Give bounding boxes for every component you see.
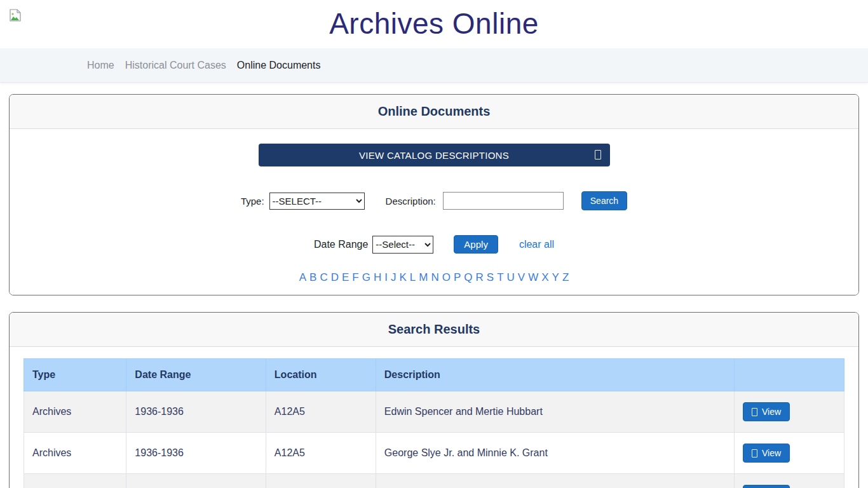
results-table-body: Archives1936-1936A12A5Edwin Spencer and … — [24, 391, 844, 488]
alphabet-link-s[interactable]: S — [485, 271, 495, 283]
alphabet-link-t[interactable]: T — [496, 271, 505, 283]
alphabet-link-x[interactable]: X — [540, 271, 550, 283]
description-cell: Edwin Spencer and Mertie Hubbart — [376, 391, 734, 433]
alphabet-link-v[interactable]: V — [516, 271, 526, 283]
type-label: Type: — [241, 196, 264, 207]
alphabet-link-n[interactable]: N — [430, 271, 440, 283]
action-cell: View — [734, 474, 844, 488]
search-results-body: Type Date Range Location Description Arc… — [10, 347, 858, 488]
alphabet-link-o[interactable]: O — [440, 271, 452, 283]
alphabet-link-h[interactable]: H — [372, 271, 383, 283]
type-select[interactable]: --SELECT-- — [269, 193, 365, 210]
type-cell: Archives — [24, 433, 126, 474]
view-button[interactable]: View — [743, 402, 790, 421]
date-range-cell: 1936-1936 — [126, 391, 266, 433]
view-catalog-descriptions-button[interactable]: VIEW CATALOG DESCRIPTIONS — [259, 144, 610, 166]
date-range-label: Date Range — [314, 239, 368, 250]
results-table: Type Date Range Location Description Arc… — [24, 358, 844, 488]
alphabet-link-w[interactable]: W — [527, 271, 540, 283]
table-row: Archives1936-1936A12A5George Slye Jr. an… — [24, 433, 844, 474]
type-cell: Archives — [24, 391, 126, 433]
search-results-title: Search Results — [16, 322, 852, 337]
online-documents-panel-header: Online Documents — [10, 95, 858, 129]
search-results-panel: Search Results Type Date Range Location … — [9, 312, 859, 488]
site-header: Archives Online — [0, 0, 868, 48]
search-form-row: Type: --SELECT-- Description: Search — [10, 191, 858, 210]
date-range-row: Date Range --Select-- Apply clear all — [10, 235, 858, 254]
location-cell: A12A5 — [266, 391, 376, 433]
broken-image-icon — [10, 9, 21, 22]
alphabet-link-z[interactable]: Z — [560, 271, 570, 283]
type-cell: Archives — [24, 474, 126, 488]
action-cell: View — [734, 391, 844, 433]
column-header-location: Location — [266, 359, 376, 391]
location-cell: A12A5 — [266, 474, 376, 488]
nav-link-historical-court-cases[interactable]: Historical Court Cases — [125, 60, 226, 71]
column-header-description: Description — [376, 359, 734, 391]
alphabet-link-b[interactable]: B — [308, 271, 318, 283]
search-results-panel-header: Search Results — [10, 313, 858, 347]
column-header-actions — [734, 359, 844, 391]
date-range-select[interactable]: --Select-- — [372, 236, 433, 254]
date-range-cell: 1936-1936 — [126, 474, 266, 488]
table-row: Archives1936-1936A12A5J.B. Sheperd and C… — [24, 474, 844, 488]
alphabet-link-k[interactable]: K — [398, 271, 408, 283]
view-button[interactable]: View — [743, 485, 790, 488]
missing-glyph-icon — [752, 449, 757, 458]
alphabet-link-g[interactable]: G — [360, 271, 372, 283]
online-documents-title: Online Documents — [16, 104, 852, 119]
date-range-cell: 1936-1936 — [126, 433, 266, 474]
missing-glyph-icon — [752, 408, 757, 416]
alphabet-link-d[interactable]: D — [329, 271, 340, 283]
column-header-date-range: Date Range — [126, 359, 266, 391]
action-cell: View — [734, 433, 844, 474]
online-documents-panel: Online Documents VIEW CATALOG DESCRIPTIO… — [9, 94, 859, 295]
description-label: Description: — [386, 196, 436, 207]
location-cell: A12A5 — [266, 433, 376, 474]
alphabet-link-e[interactable]: E — [340, 271, 350, 283]
alphabet-link-u[interactable]: U — [505, 271, 516, 283]
nav-link-online-documents[interactable]: Online Documents — [237, 60, 321, 71]
page-title: Archives Online — [0, 0, 868, 47]
alphabet-link-l[interactable]: L — [408, 271, 417, 283]
description-cell: George Slye Jr. and Minnie K. Grant — [376, 433, 734, 474]
description-input[interactable] — [443, 192, 564, 210]
alphabet-link-f[interactable]: F — [351, 271, 360, 283]
search-button[interactable]: Search — [581, 191, 627, 210]
results-table-head: Type Date Range Location Description — [24, 359, 844, 391]
alphabet-link-q[interactable]: Q — [463, 271, 474, 283]
view-button[interactable]: View — [743, 444, 790, 463]
alphabet-link-y[interactable]: Y — [550, 271, 560, 283]
clear-all-link[interactable]: clear all — [519, 239, 554, 250]
main-content: Online Documents VIEW CATALOG DESCRIPTIO… — [0, 83, 868, 488]
alphabet-link-a[interactable]: A — [297, 271, 308, 283]
column-header-type: Type — [24, 359, 126, 391]
alphabet-link-c[interactable]: C — [318, 271, 329, 283]
description-cell: J.B. Sheperd and Cleo Dearring — [376, 474, 734, 488]
apply-button[interactable]: Apply — [454, 235, 498, 254]
alphabet-link-i[interactable]: I — [383, 271, 390, 283]
missing-glyph-icon — [595, 150, 601, 159]
alphabet-link-j[interactable]: J — [389, 271, 398, 283]
online-documents-body: VIEW CATALOG DESCRIPTIONS Type: --SELECT… — [10, 129, 858, 295]
alphabet-links: ABCDEFGHIJKLMNOPQRSTUVWXYZ — [10, 271, 858, 284]
alphabet-link-r[interactable]: R — [474, 271, 485, 283]
catalog-button-label: VIEW CATALOG DESCRIPTIONS — [359, 150, 509, 161]
table-row: Archives1936-1936A12A5Edwin Spencer and … — [24, 391, 844, 433]
nav-link-home[interactable]: Home — [87, 60, 114, 71]
main-nav: Home Historical Court Cases Online Docum… — [0, 48, 868, 83]
alphabet-link-m[interactable]: M — [417, 271, 430, 283]
alphabet-link-p[interactable]: P — [452, 271, 462, 283]
